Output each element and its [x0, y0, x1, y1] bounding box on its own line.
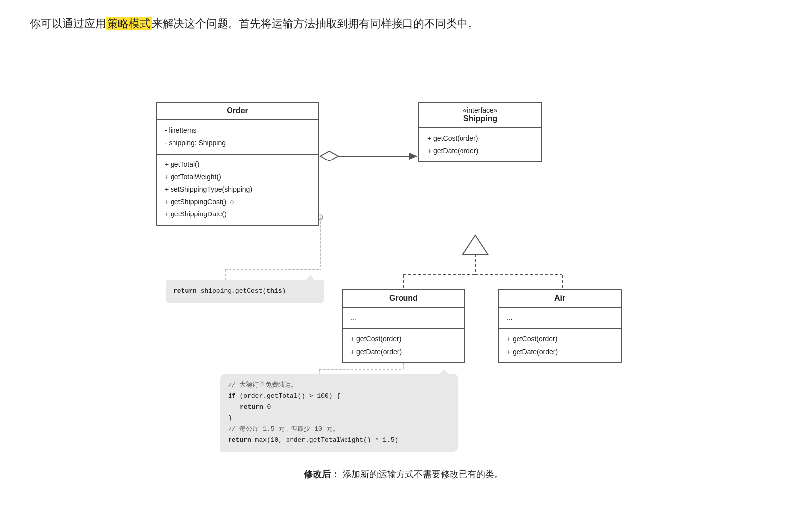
air-method-2: + getDate(order) [507, 346, 613, 358]
shipping-class-header: «interface» Shipping [419, 103, 541, 128]
code-box-2: // 大额订单免费陆运。 if (order.getTotal() > 100)… [220, 374, 458, 452]
order-method-1: + getTotal() [165, 159, 310, 171]
air-methods-section: + getCost(order) + getDate(order) [499, 329, 621, 362]
order-method-2: + getTotalWeight() [165, 171, 310, 183]
intro-text-before: 你可以通过应用 [30, 17, 106, 30]
order-field-1: - lineItems [165, 124, 310, 137]
order-method-5: + getShippingDate() [165, 208, 310, 220]
ground-title: Ground [389, 294, 418, 302]
code2-line1: if (order.getTotal() > 100) { [228, 391, 450, 402]
shipping-methods-section: + getCost(order) + getDate(order) [419, 128, 541, 161]
ground-method-2: + getDate(order) [350, 346, 457, 358]
order-class-box: Order - lineItems - shipping: Shipping +… [156, 102, 319, 225]
code2-line4: return max(10, order.getTotalWeight() * … [228, 435, 450, 446]
shipping-method-2: + getDate(order) [427, 145, 533, 157]
air-title: Air [554, 294, 565, 302]
code1-keyword: return [173, 287, 197, 295]
caption: 修改后： 添加新的运输方式不需要修改已有的类。 [30, 468, 777, 480]
ground-method-1: + getCost(order) [350, 333, 457, 345]
code-box-1: return shipping.getCost(this) [166, 280, 324, 303]
circle-indicator [230, 200, 234, 204]
shipping-method-1: + getCost(order) [427, 132, 533, 145]
code2-comment2: // 每公斤 1.5 元，但最少 10 元。 [228, 424, 450, 435]
ground-ellipsis: ... [350, 312, 457, 324]
order-method-3: + setShippingType(shipping) [165, 183, 310, 196]
svg-marker-0 [320, 151, 338, 161]
svg-marker-2 [409, 153, 417, 160]
order-class-header: Order [157, 103, 318, 120]
intro-paragraph: 你可以通过应用策略模式来解决这个问题。首先将运输方法抽取到拥有同样接口的不同类中… [30, 15, 777, 32]
highlight-text: 策略模式 [106, 17, 152, 30]
ground-class-header: Ground [343, 290, 464, 308]
shipping-stereotype: «interface» [427, 106, 533, 114]
order-methods-section: + getTotal() + getTotalWeight() + setShi… [157, 155, 318, 225]
air-class-header: Air [499, 290, 621, 308]
caption-bold: 修改后： [304, 469, 340, 479]
code2-comment1: // 大额订单免费陆运。 [228, 380, 450, 391]
air-method-1: + getCost(order) [507, 333, 613, 345]
code1-text: shipping.getCost(this) [201, 287, 286, 295]
shipping-title: Shipping [463, 114, 497, 123]
air-ellipsis: ... [507, 312, 613, 324]
svg-marker-3 [463, 235, 488, 254]
code2-line3: } [228, 413, 450, 424]
shipping-class-box: «interface» Shipping + getCost(order) + … [418, 102, 542, 162]
caption-normal: 添加新的运输方式不需要修改已有的类。 [343, 469, 503, 479]
intro-text-after: 来解决这个问题。首先将运输方法抽取到拥有同样接口的不同类中。 [152, 17, 479, 30]
air-class-box: Air ... + getCost(order) + getDate(order… [498, 289, 622, 363]
order-method-4: + getShippingCost() [165, 196, 310, 208]
code2-line2: return 0 [228, 402, 450, 413]
order-title: Order [227, 106, 248, 115]
ground-ellipsis-section: ... [343, 308, 464, 329]
ground-methods-section: + getCost(order) + getDate(order) [343, 329, 464, 362]
air-ellipsis-section: ... [499, 308, 621, 329]
ground-class-box: Ground ... + getCost(order) + getDate(or… [342, 289, 465, 363]
order-field-2: - shipping: Shipping [165, 137, 310, 149]
diagram-area: Order - lineItems - shipping: Shipping +… [106, 52, 701, 458]
order-fields-section: - lineItems - shipping: Shipping [157, 120, 318, 154]
